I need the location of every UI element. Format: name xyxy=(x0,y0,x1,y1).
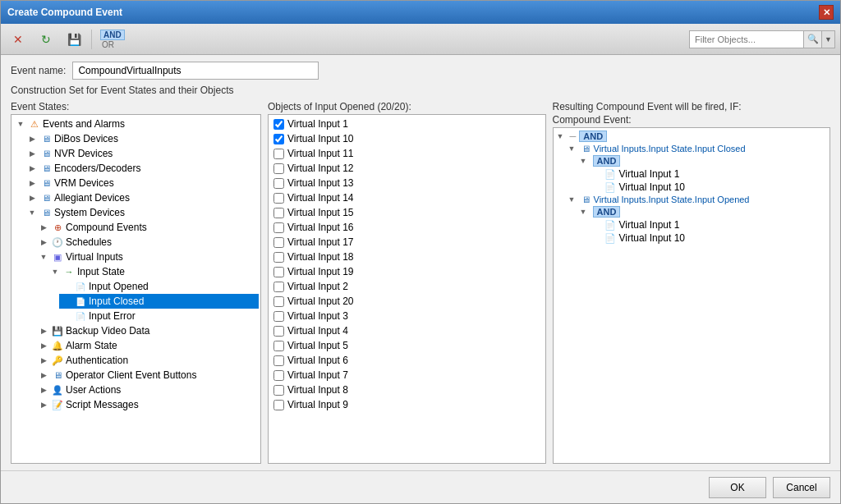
expand-root-and[interactable]: ▼ xyxy=(557,132,568,140)
expand-opened-state[interactable]: ▼ xyxy=(568,195,580,204)
tree-label-allegiant: Allegiant Devices xyxy=(54,192,130,204)
backup-icon: 💾 xyxy=(51,324,64,337)
tree-item-system-devices[interactable]: ▼ 🖥 System Devices xyxy=(25,205,259,220)
tree-item-nvr[interactable]: ▶ 🖥 NVR Devices xyxy=(25,146,259,161)
right-panel: Resulting Compound Event will be fired, … xyxy=(553,101,831,464)
refresh-button[interactable]: ↻ xyxy=(34,28,58,51)
cancel-toolbar-button[interactable]: ✕ xyxy=(6,28,30,51)
expand-vrm[interactable]: ▶ xyxy=(26,177,38,189)
tree-label-input-closed: Input Closed xyxy=(89,296,144,307)
checkbox-12[interactable] xyxy=(273,296,284,307)
expand-system-devices[interactable]: ▼ xyxy=(26,207,38,218)
expand-encoders[interactable]: ▶ xyxy=(26,163,38,174)
tree-item-input-opened[interactable]: ▶ 📄 Input Opened xyxy=(59,279,259,294)
tree-label-input-opened: Input Opened xyxy=(89,281,149,292)
expand-events-alarms[interactable]: ▼ xyxy=(15,118,26,130)
checkbox-9[interactable] xyxy=(273,252,284,263)
expand-nvr[interactable]: ▶ xyxy=(26,148,38,159)
objects-label: Objects of Input Opened (20/20): xyxy=(268,101,546,112)
expand-opened-and[interactable]: ▼ xyxy=(580,208,591,216)
expand-virtual-inputs[interactable]: ▼ xyxy=(38,251,49,263)
tree-item-script-messages[interactable]: ▶ 📝 Script Messages xyxy=(36,397,259,412)
construction-label: Construction Set for Event States and th… xyxy=(11,85,830,96)
tree-label-compound-events: Compound Events xyxy=(66,222,147,233)
chevron-down-icon: ▼ xyxy=(825,35,832,44)
expand-dibos[interactable]: ▶ xyxy=(26,133,38,144)
vi10-closed-label: Virtual Input 10 xyxy=(619,181,686,193)
vi10-opened-label: Virtual Input 10 xyxy=(619,232,686,244)
tree-item-encoders[interactable]: ▶ 🖥 Encoders/Decoders xyxy=(25,161,259,176)
checkbox-17[interactable] xyxy=(273,370,284,381)
checkbox-label-15: Virtual Input 5 xyxy=(287,340,348,351)
save-button[interactable]: 💾 xyxy=(62,28,86,51)
checkbox-label-6: Virtual Input 15 xyxy=(287,207,354,218)
allegiant-icon: 🖥 xyxy=(39,191,53,204)
tree-item-events-alarms[interactable]: ▼ ⚠ Events and Alarms xyxy=(13,117,259,131)
tree-item-backup-video[interactable]: ▶ 💾 Backup Video Data xyxy=(36,323,259,338)
event-name-input[interactable] xyxy=(72,62,319,80)
search-button[interactable]: 🔍 xyxy=(804,30,822,48)
tree-label-system-devices: System Devices xyxy=(54,207,125,218)
tree-item-input-closed[interactable]: ▶ 📄 Input Closed xyxy=(59,294,259,309)
expand-alarm[interactable]: ▶ xyxy=(38,340,49,351)
tree-item-allegiant[interactable]: ▶ 🖥 Allegiant Devices xyxy=(25,190,259,205)
tree-item-operator-client[interactable]: ▶ 🖥 Operator Client Event Buttons xyxy=(36,368,259,383)
tree-item-schedules[interactable]: ▶ 🕐 Schedules xyxy=(36,235,259,250)
checkbox-16[interactable] xyxy=(273,355,284,366)
checkbox-13[interactable] xyxy=(273,311,284,322)
event-states-tree[interactable]: ▼ ⚠ Events and Alarms ▶ 🖥 DiBos Devices … xyxy=(11,114,261,464)
close-button[interactable]: ✕ xyxy=(819,5,834,20)
expand-backup[interactable]: ▶ xyxy=(38,325,49,337)
expand-schedules[interactable]: ▶ xyxy=(38,236,49,248)
vi1-closed-icon: 📄 xyxy=(604,169,616,180)
expand-script[interactable]: ▶ xyxy=(38,399,49,410)
ok-button[interactable]: OK xyxy=(709,477,766,498)
tree-item-authentication[interactable]: ▶ 🔑 Authentication xyxy=(36,353,259,368)
tree-item-dibos[interactable]: ▶ 🖥 DiBos Devices xyxy=(25,131,259,146)
expand-auth[interactable]: ▶ xyxy=(38,355,49,366)
checkbox-2[interactable] xyxy=(273,149,284,159)
checkbox-5[interactable] xyxy=(273,193,284,204)
checkbox-15[interactable] xyxy=(273,341,284,351)
checkbox-3[interactable] xyxy=(273,163,284,174)
expand-user-actions[interactable]: ▶ xyxy=(38,384,49,396)
cancel-button[interactable]: Cancel xyxy=(773,477,830,498)
checkbox-8[interactable] xyxy=(273,237,284,248)
tree-item-input-state[interactable]: ▼ → Input State xyxy=(48,264,259,279)
tree-item-user-actions[interactable]: ▶ 👤 User Actions xyxy=(36,383,259,397)
list-item: Virtual Input 18 xyxy=(270,250,544,264)
filter-input[interactable] xyxy=(689,30,804,48)
checkbox-10[interactable] xyxy=(273,267,284,277)
tree-item-compound-events[interactable]: ▶ ⊕ Compound Events xyxy=(36,220,259,235)
expand-input-state[interactable]: ▼ xyxy=(49,266,61,277)
checkbox-4[interactable] xyxy=(273,178,284,189)
vi10-opened-icon: 📄 xyxy=(604,233,616,244)
input-error-icon: 📄 xyxy=(74,309,87,323)
expand-allegiant[interactable]: ▶ xyxy=(26,192,38,204)
checkbox-7[interactable] xyxy=(273,222,284,233)
checkbox-19[interactable] xyxy=(273,400,284,410)
checkbox-18[interactable] xyxy=(273,385,284,396)
tree-item-vrm[interactable]: ▶ 🖥 VRM Devices xyxy=(25,176,259,190)
tree-item-input-error[interactable]: ▶ 📄 Input Error xyxy=(59,309,259,323)
checkbox-6[interactable] xyxy=(273,208,284,218)
checkbox-1[interactable] xyxy=(273,134,284,144)
event-states-label: Event States: xyxy=(11,101,261,112)
expand-compound[interactable]: ▶ xyxy=(38,222,49,233)
tree-item-alarm-state[interactable]: ▶ 🔔 Alarm State xyxy=(36,338,259,353)
opened-state-icon: 🖥 xyxy=(581,195,591,204)
expand-closed-and[interactable]: ▼ xyxy=(580,157,591,165)
filter-area: 🔍 ▼ xyxy=(689,30,835,48)
tree-item-virtual-inputs[interactable]: ▼ ▣ Virtual Inputs xyxy=(36,250,259,264)
objects-tree[interactable]: Virtual Input 1Virtual Input 10Virtual I… xyxy=(268,114,546,464)
checkbox-11[interactable] xyxy=(273,282,284,292)
list-item: Virtual Input 3 xyxy=(270,309,544,323)
expand-operator[interactable]: ▶ xyxy=(38,369,49,381)
filter-dropdown[interactable]: ▼ xyxy=(822,30,835,48)
checkbox-14[interactable] xyxy=(273,326,284,337)
schedules-icon: 🕐 xyxy=(51,236,64,249)
result-opened-vi1: 📄 Virtual Input 1 xyxy=(590,218,829,231)
expand-closed-state[interactable]: ▼ xyxy=(568,144,580,153)
checkbox-0[interactable] xyxy=(273,119,284,130)
warning-icon: ⚠ xyxy=(28,117,41,131)
